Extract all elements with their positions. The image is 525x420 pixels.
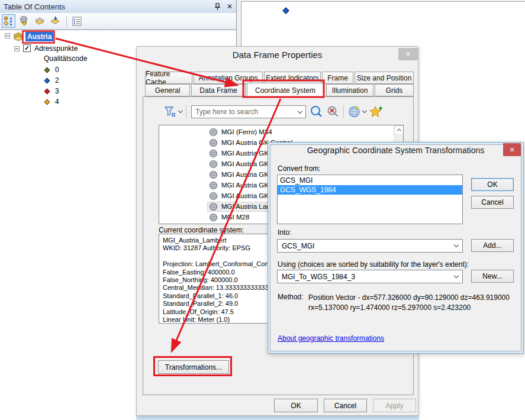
into-label: Into: xyxy=(278,228,291,237)
legend-symbol-diamond xyxy=(44,99,50,105)
toc-list-by-source-button[interactable] xyxy=(17,14,31,28)
toc-options-button[interactable] xyxy=(70,14,83,28)
legend-field-name[interactable]: Qualitätscode xyxy=(44,54,87,63)
search-icon[interactable] xyxy=(310,105,323,118)
search-combo xyxy=(191,105,306,118)
separator xyxy=(343,105,344,118)
method-value-line1: Position Vector - dx=577.326000 dy=90.12… xyxy=(308,293,510,303)
list-by-visibility-icon xyxy=(34,16,45,26)
globe-icon[interactable] xyxy=(348,105,361,118)
gcs-globe-icon xyxy=(209,170,218,179)
gcs-globe-icon xyxy=(209,128,218,137)
list-item[interactable]: GCS_MGI xyxy=(278,176,462,185)
search-dropdown-icon[interactable] xyxy=(298,108,302,113)
apply-button: Apply xyxy=(373,399,416,412)
arcmap-screenshot: Table Of Contents ✕ xyxy=(0,0,525,420)
legend-symbol-diamond xyxy=(44,88,50,94)
into-combobox[interactable]: GCS_MGI xyxy=(277,239,463,253)
search-input[interactable] xyxy=(195,108,298,116)
convert-from-label: Convert from: xyxy=(278,164,321,173)
scroll-up-button[interactable] xyxy=(394,125,404,135)
toolbar-separator xyxy=(66,16,67,27)
window-edge xyxy=(136,416,419,420)
gcs-globe-icon xyxy=(209,138,218,147)
gcs-globe-icon xyxy=(209,160,218,169)
clear-search-icon[interactable] xyxy=(326,105,339,118)
current-cs-label: Current coordinate system: xyxy=(159,226,244,234)
using-label: Using (choices are sorted by suitability… xyxy=(278,260,469,269)
ok-button[interactable]: OK xyxy=(274,399,318,412)
dialog-title: Data Frame Properties xyxy=(137,47,418,62)
legend-item: 3 xyxy=(45,87,59,95)
toc-toolbar xyxy=(0,13,236,30)
using-value: MGI_To_WGS_1984_3 xyxy=(282,273,355,281)
legend-item: 2 xyxy=(45,76,59,85)
toc-title: Table Of Contents xyxy=(4,2,65,11)
toc-list-by-drawing-order-button[interactable] xyxy=(2,14,15,28)
close-icon[interactable]: ✕ xyxy=(503,143,521,156)
map-point-symbol xyxy=(282,7,289,14)
cancel-button[interactable]: Cancel xyxy=(324,399,367,412)
data-frame-layers-icon xyxy=(12,32,24,41)
list-by-source-icon xyxy=(19,16,29,26)
filter-funnel-icon[interactable] xyxy=(164,106,176,118)
cancel-button[interactable]: Cancel xyxy=(471,196,514,209)
toc-list-by-visibility-button[interactable] xyxy=(33,14,46,28)
list-item[interactable]: MGI (Ferro) M34 xyxy=(159,127,394,137)
chevron-down-icon[interactable] xyxy=(454,243,459,247)
legend-item: 4 xyxy=(45,98,59,106)
gcs-globe-icon xyxy=(209,192,218,201)
legend-value: 0 xyxy=(55,66,59,74)
list-item-selected[interactable]: GCS_WGS_1984 xyxy=(278,185,462,195)
chevron-down-icon[interactable] xyxy=(454,273,459,278)
about-transformations-link[interactable]: About geographic transformations xyxy=(278,334,384,343)
toc-close-icon[interactable]: ✕ xyxy=(227,3,233,10)
gcs-globe-icon xyxy=(209,224,218,225)
tab-general[interactable]: General xyxy=(145,84,190,96)
tab-extent-indicators[interactable]: Extent Indicators xyxy=(264,72,321,84)
close-icon[interactable]: ✕ xyxy=(398,48,418,60)
legend-value: 3 xyxy=(55,87,59,95)
data-frame-name[interactable]: Austria xyxy=(25,32,53,41)
transformations-button[interactable]: Transformations... xyxy=(158,360,229,374)
ok-button[interactable]: OK xyxy=(471,178,514,191)
legend-item: 0 xyxy=(45,66,59,74)
new-button[interactable]: New... xyxy=(471,270,514,283)
convert-from-listbox[interactable]: GCS_MGI GCS_WGS_1984 xyxy=(277,175,463,224)
layer-name[interactable]: Adresspunkte xyxy=(34,44,78,53)
using-combobox[interactable]: MGI_To_WGS_1984_3 xyxy=(277,270,463,283)
list-by-drawing-order-icon xyxy=(4,16,14,26)
collapse-toggle[interactable] xyxy=(14,46,20,51)
options-list-icon xyxy=(72,17,82,26)
pin-icon[interactable] xyxy=(214,3,221,11)
legend-symbol-diamond xyxy=(44,77,50,83)
add-button[interactable]: Add... xyxy=(471,239,514,252)
toc-list-by-selection-button[interactable] xyxy=(48,14,62,28)
tab-annotation-groups[interactable]: Annotation Groups xyxy=(194,72,263,84)
tab-feature-cache[interactable]: Feature Cache xyxy=(145,72,192,84)
dialog-title: Geographic Coordinate System Transformat… xyxy=(268,146,523,155)
tab-data-frame[interactable]: Data Frame xyxy=(191,84,246,96)
method-label: Method: xyxy=(278,293,303,301)
legend-symbol-diamond xyxy=(44,67,50,73)
collapse-toggle[interactable] xyxy=(5,33,10,38)
tab-illumination[interactable]: Illumination xyxy=(326,84,373,96)
list-by-selection-icon xyxy=(50,16,60,26)
gcs-globe-icon xyxy=(209,149,218,158)
legend-value: 2 xyxy=(55,76,59,85)
separator xyxy=(186,105,186,118)
legend-value: 4 xyxy=(55,98,59,106)
gcs-globe-icon xyxy=(209,181,218,190)
tab-coordinate-system[interactable]: Coordinate System xyxy=(247,83,324,98)
layer-visibility-checkbox[interactable]: ✓ xyxy=(23,44,31,52)
method-value-line2: rx=5.137000 ry=1.474000 rz=5.297000 s=2.… xyxy=(308,303,471,313)
toc-titlebar: Table Of Contents ✕ xyxy=(0,0,236,13)
tab-frame[interactable]: Frame xyxy=(322,72,353,84)
gcs-transformations-dialog: Geographic Coordinate System Transformat… xyxy=(268,142,524,354)
add-to-favorites-star-icon[interactable] xyxy=(369,105,384,118)
gcs-globe-icon xyxy=(209,202,218,211)
tab-grids[interactable]: Grids xyxy=(375,84,414,96)
gcs-globe-icon xyxy=(209,213,218,222)
tab-size-and-position[interactable]: Size and Position xyxy=(355,72,414,84)
into-value: GCS_MGI xyxy=(282,242,314,250)
